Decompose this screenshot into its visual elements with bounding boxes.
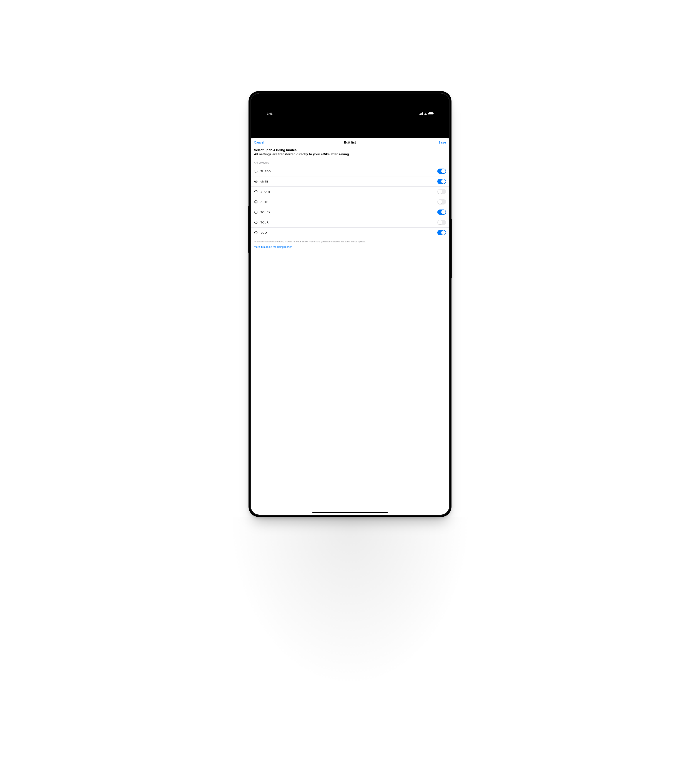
auto-icon [254, 200, 258, 204]
mode-toggle-auto[interactable] [437, 199, 446, 205]
mode-row-sport: SPORT [251, 187, 449, 197]
mode-row-turbo: TURBO [251, 166, 449, 176]
modal-navbar: Cancel Edit list Save [251, 138, 449, 146]
mode-label: TOUR+ [260, 211, 435, 214]
tour-icon [254, 221, 258, 224]
eco-icon [254, 231, 258, 235]
svg-point-6 [255, 231, 257, 234]
mode-label: AUTO [260, 200, 435, 204]
footnote-text: To access all available riding modes for… [251, 238, 449, 244]
wifi-icon [424, 113, 428, 115]
riding-mode-list: TURBOeMTBSPORTAUTOTOUR+TOURECO [251, 166, 449, 238]
mode-label: TURBO [260, 170, 435, 173]
more-info-link[interactable]: More info about the riding modes [251, 244, 449, 250]
mode-label: ECO [260, 231, 435, 234]
cancel-button[interactable]: Cancel [254, 141, 264, 144]
modal-content: Select up to 4 riding modes. All setting… [251, 146, 449, 515]
svg-point-2 [255, 190, 257, 193]
mode-row-auto: AUTO [251, 197, 449, 207]
mode-label: SPORT [260, 190, 435, 193]
dynamic-island [317, 96, 383, 102]
battery-icon [428, 113, 433, 115]
tourplus-icon [254, 210, 258, 214]
mode-row-emtb: eMTB [251, 176, 449, 187]
save-button[interactable]: Save [438, 141, 446, 144]
mode-toggle-tour[interactable] [437, 220, 446, 225]
mode-row-tour: TOUR [251, 218, 449, 228]
selection-counter: 4/4 selected [251, 156, 449, 166]
mode-label: eMTB [260, 180, 435, 183]
mode-toggle-turbo[interactable] [437, 169, 446, 174]
phone-frame: 9:41 Cancel Edit list Save Select up [249, 91, 451, 517]
svg-point-5 [255, 221, 257, 224]
svg-point-1 [255, 180, 257, 183]
mode-toggle-emtb[interactable] [437, 179, 446, 184]
mode-toggle-sport[interactable] [437, 189, 446, 194]
mode-row-eco: ECO [251, 228, 449, 238]
headline: Select up to 4 riding modes. All setting… [251, 147, 449, 157]
mode-label: TOUR [260, 221, 435, 224]
mode-toggle-tourplus[interactable] [437, 210, 446, 215]
phone-shadow [228, 517, 472, 687]
status-time: 9:41 [267, 112, 272, 115]
modal-title: Edit list [251, 141, 449, 144]
status-icons [420, 113, 434, 115]
headline-line1: Select up to 4 riding modes. [254, 148, 446, 152]
mode-row-tourplus: TOUR+ [251, 207, 449, 218]
svg-point-0 [255, 170, 257, 173]
status-bar: 9:41 [251, 94, 449, 138]
svg-point-3 [255, 200, 257, 204]
turbo-icon [254, 169, 258, 173]
home-indicator[interactable] [312, 512, 388, 513]
mode-toggle-eco[interactable] [437, 230, 446, 235]
headline-line2: All settings are transferred directly to… [254, 152, 446, 157]
sport-icon [254, 190, 258, 194]
screen: 9:41 Cancel Edit list Save Select up [251, 94, 449, 515]
emtb-icon [254, 180, 258, 183]
cellular-icon [420, 113, 423, 115]
